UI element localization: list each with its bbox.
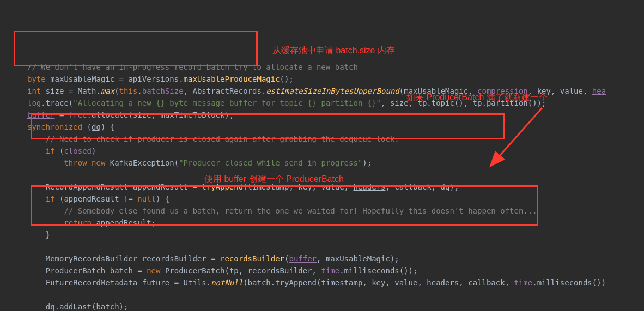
keyword-byte: byte bbox=[27, 75, 46, 83]
code-comment: // Need to check if producer is closed a… bbox=[46, 135, 399, 143]
keyword-int: int bbox=[27, 87, 41, 95]
annotation-text-2: 如果 ProducerBatch 满了就新建一个 bbox=[406, 92, 548, 103]
buffer-var: buffer bbox=[27, 111, 55, 119]
code-comment: // Somebody else found us a batch, retur… bbox=[64, 206, 537, 215]
annotation-text-1: 从缓存池中申请 batch.size 内存 bbox=[272, 45, 395, 57]
code-comment: // We don't have an in-progress record b… bbox=[27, 63, 358, 71]
annotation-text-3: 使用 buffer 创建一个 ProducerBatch bbox=[204, 173, 344, 185]
